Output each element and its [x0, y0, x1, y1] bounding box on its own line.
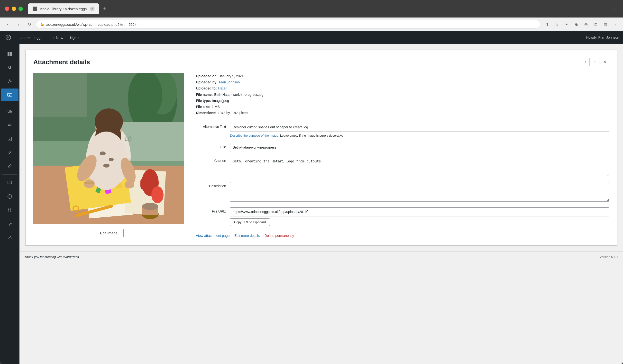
attachment-nav: ‹ › ×: [581, 58, 609, 66]
tab-bar: Media Library ‹ a dozen eggs × +: [28, 3, 607, 14]
caption-field: [230, 157, 609, 177]
bookmark-icon[interactable]: ☆: [553, 20, 561, 28]
reload-button[interactable]: ↻: [25, 20, 33, 28]
sidebar-item-settings2[interactable]: [1, 217, 19, 230]
sidebar-item-media[interactable]: [1, 88, 19, 101]
view-attachment-link[interactable]: View attachment page: [196, 234, 229, 238]
sidebar-item-profile[interactable]: [1, 231, 19, 244]
svg-point-19: [9, 236, 10, 237]
edit-more-details-link[interactable]: Edit more details: [234, 234, 260, 238]
file-name-value: Beth-Hatari-work-in-progress.jpg: [214, 92, 263, 98]
tab-favicon: [33, 7, 37, 11]
lock-icon: 🔒: [40, 22, 44, 26]
caption-label: Caption: [196, 157, 230, 163]
sidebar-item-google[interactable]: G: [1, 61, 19, 74]
svg-text:W: W: [7, 36, 9, 39]
adminbar-nginx[interactable]: Nginx: [67, 34, 82, 41]
adminbar-howdy[interactable]: Howdy, Fran Johnson: [586, 36, 619, 40]
alt-text-hint-link[interactable]: Describe the purpose of the image: [230, 134, 278, 137]
uploaded-by-link[interactable]: Fran Johnson: [219, 79, 240, 85]
sidebar-item-appearance[interactable]: [1, 190, 19, 203]
uploaded-on-label: Uploaded on:: [196, 73, 218, 79]
sidebar-item-comments[interactable]: [1, 177, 19, 189]
file-url-input[interactable]: [230, 207, 609, 216]
attachment-header: Attachment details ‹ › ×: [33, 58, 609, 66]
svg-rect-52: [85, 182, 94, 184]
sidebar-item-edit1[interactable]: [1, 146, 19, 159]
svg-rect-4: [8, 54, 9, 56]
close-traffic-light[interactable]: [5, 7, 9, 11]
active-tab[interactable]: Media Library ‹ a dozen eggs ×: [28, 3, 99, 14]
wp-main: Attachment details ‹ › ×: [20, 44, 623, 364]
extension-icon-2[interactable]: ◉: [572, 20, 580, 28]
sidebar-item-pages[interactable]: [1, 133, 19, 145]
sidebar-separator-2: [2, 174, 17, 175]
adminbar-new-item[interactable]: + + New: [46, 34, 66, 41]
sidebar-toggle-icon[interactable]: ▥: [601, 20, 609, 28]
sidebar-item-plugins[interactable]: [1, 204, 19, 216]
edit-image-button[interactable]: Edit Image: [94, 229, 124, 237]
address-bar[interactable]: 🔒 adozeneggs.co.uk/wp/wp-admin/upload.ph…: [36, 20, 540, 29]
alt-text-input[interactable]: [230, 123, 609, 132]
sidebar-item-library[interactable]: Lib: [1, 105, 19, 118]
close-button[interactable]: ×: [600, 58, 609, 66]
svg-rect-3: [10, 52, 12, 54]
attachment-body: LÔ Edit Image Uploaded on: Jan: [33, 73, 609, 238]
copy-url-button[interactable]: Copy URL to clipboard: [230, 218, 270, 226]
svg-point-37: [151, 186, 164, 203]
separator-2: |: [262, 234, 263, 238]
title-row: Title: [196, 143, 609, 152]
minimize-traffic-light[interactable]: [12, 7, 16, 11]
caption-row: Caption: [196, 157, 609, 177]
file-type-value: image/jpeg: [212, 98, 229, 104]
description-label: Description: [196, 182, 230, 188]
file-url-group: Copy URL to clipboard: [230, 207, 609, 226]
file-size-row: File size: 1 MB: [196, 104, 609, 110]
uploaded-to-link[interactable]: Hatari: [218, 85, 227, 91]
description-row: Description: [196, 182, 609, 202]
prev-attachment-button[interactable]: ‹: [581, 58, 590, 66]
extension-icon-3[interactable]: ◎: [582, 20, 590, 28]
adminbar-site-name[interactable]: a dozen eggs: [18, 34, 45, 41]
file-info-section: Uploaded on: January 5, 2021 Uploaded by…: [196, 73, 609, 116]
wp-adminbar: W a dozen eggs + + New Nginx Howdy, Fran…: [0, 31, 623, 44]
extension-icon-1[interactable]: ●: [563, 20, 570, 28]
caption-input[interactable]: [230, 157, 609, 176]
next-attachment-button[interactable]: ›: [591, 58, 600, 66]
title-input[interactable]: [230, 143, 609, 152]
sidebar-item-edit2[interactable]: [1, 160, 19, 172]
dimensions-label: Dimensions:: [196, 110, 216, 116]
page-title: Attachment details: [33, 58, 90, 66]
more-options-icon[interactable]: ⋮: [611, 20, 619, 28]
svg-point-45: [100, 151, 106, 155]
svg-rect-15: [9, 208, 11, 210]
window-chevron-icon[interactable]: ⌄: [610, 5, 618, 13]
share-icon[interactable]: ⬆: [543, 20, 551, 28]
new-tab-button[interactable]: +: [100, 4, 109, 13]
sidebar-item-dashboard[interactable]: [1, 48, 19, 60]
toolbar-actions: ⬆ ☆ ● ◉ ◎ ⊡ ▥ ⋮: [543, 20, 619, 28]
alt-text-label: Alternative Text: [196, 123, 230, 129]
sidebar-item-activity[interactable]: Ac: [1, 119, 19, 132]
forward-button[interactable]: ›: [15, 20, 22, 28]
dimensions-value: 1948 by 1948 pixels: [218, 110, 248, 116]
description-field: [230, 182, 609, 202]
file-name-row: File name: Beth-Hatari-work-in-progress.…: [196, 92, 609, 98]
dimensions-row: Dimensions: 1948 by 1948 pixels: [196, 110, 609, 116]
footer-tagline: Thank you for creating with WordPress.: [24, 255, 80, 259]
traffic-lights: [5, 7, 23, 11]
svg-rect-38: [140, 178, 148, 190]
attachment-actions: View attachment page | Edit more details…: [196, 234, 609, 238]
tab-close-button[interactable]: ×: [90, 7, 94, 11]
sidebar-item-settings[interactable]: [1, 75, 19, 87]
description-input[interactable]: [230, 182, 609, 202]
delete-permanently-link[interactable]: Delete permanently: [265, 234, 294, 238]
wp-logo-icon[interactable]: W: [4, 33, 13, 42]
extension-icon-4[interactable]: ⊡: [592, 20, 600, 28]
svg-rect-2: [8, 52, 9, 54]
new-label: + New: [53, 36, 63, 40]
maximize-traffic-light[interactable]: [19, 7, 23, 11]
footer-text: Thank you for creating with WordPress.: [24, 255, 80, 259]
svg-point-46: [109, 158, 114, 161]
back-button[interactable]: ‹: [4, 20, 12, 28]
